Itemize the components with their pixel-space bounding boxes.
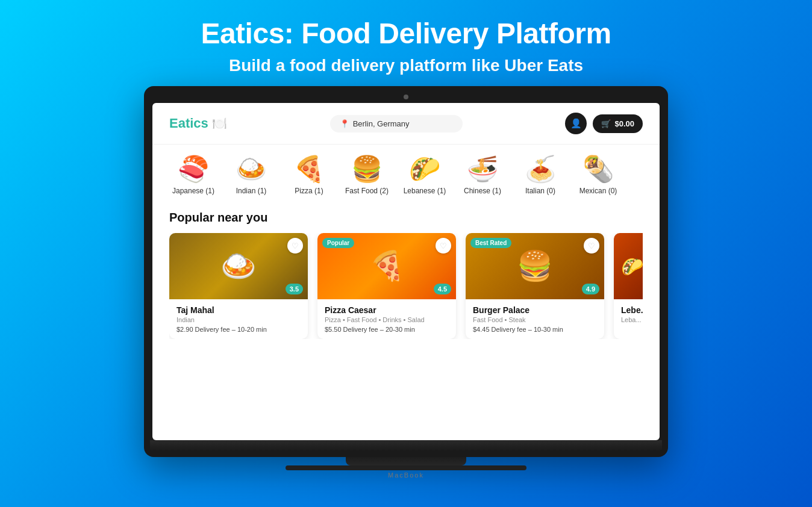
- burger-tag-badge: Best Rated: [470, 238, 511, 248]
- leb-info-partial: Lebe... Leba...: [614, 299, 643, 329]
- chinese-label: Chinese (1): [464, 187, 501, 195]
- restaurant-img-taj: 🍛 3.5 ♡: [169, 233, 308, 299]
- header-actions: 👤 🛒 $0.00: [565, 113, 643, 134]
- leb-cuisine-partial: Leba...: [621, 316, 643, 323]
- taj-name: Taj Mahal: [176, 305, 301, 315]
- page-title: Eatics: Food Delivery Platform: [201, 17, 611, 50]
- laptop-base: [150, 440, 662, 451]
- category-item-chinese[interactable]: 🍜 Chinese (1): [458, 157, 507, 195]
- taj-cuisine: Indian: [176, 316, 301, 323]
- app-logo: Eatics 🍽️: [169, 116, 227, 131]
- burger-name: Burger Palace: [473, 305, 597, 315]
- category-item-indian[interactable]: 🍛 Indian (1): [227, 157, 275, 195]
- pizza-info: Pizza Caesar Pizza • Fast Food • Drinks …: [317, 299, 456, 339]
- restaurant-card-taj[interactable]: 🍛 3.5 ♡ Taj Mahal Indian $2.90 Delivery …: [169, 233, 308, 339]
- category-item-italian[interactable]: 🍝 Italian (0): [516, 157, 564, 195]
- laptop-mockup: Eatics 🍽️ 📍 Berlin, Germany 👤 🛒 $0.00: [144, 86, 668, 479]
- restaurant-img-burger: 🍔 4.9 ♡ Best Rated: [466, 233, 604, 299]
- taj-info: Taj Mahal Indian $2.90 Delivery fee – 10…: [169, 299, 308, 339]
- restaurant-card-pizza[interactable]: 🍕 4.5 ♡ Popular Pizza Caesar Pizza • Fas…: [317, 233, 456, 339]
- laptop-camera: [404, 95, 408, 99]
- leb-img-partial: 🌮: [614, 233, 643, 299]
- cart-button[interactable]: 🛒 $0.00: [593, 114, 643, 133]
- burger-rating-badge: 4.9: [582, 284, 599, 294]
- mexican-icon: 🌯: [582, 157, 614, 182]
- restaurant-card-burger[interactable]: 🍔 4.9 ♡ Best Rated Burger Palace Fast Fo…: [466, 233, 604, 339]
- laptop-brand: MacBook: [144, 471, 668, 479]
- fastfood-icon: 🍔: [351, 157, 383, 182]
- location-bar[interactable]: 📍 Berlin, Germany: [330, 115, 463, 132]
- taj-delivery: $2.90 Delivery fee – 10-20 min: [176, 326, 301, 333]
- pizza-label: Pizza (1): [295, 187, 323, 195]
- lebanese-icon: 🌮: [409, 157, 440, 182]
- lebanese-label: Lebanese (1): [404, 187, 446, 195]
- popular-section: Popular near you 🍛 3.5 ♡ Taj Mahal India…: [152, 201, 660, 349]
- fastfood-label: Fast Food (2): [345, 187, 389, 195]
- burger-favorite-button[interactable]: ♡: [584, 238, 599, 254]
- laptop-screen: Eatics 🍽️ 📍 Berlin, Germany 👤 🛒 $0.00: [152, 103, 660, 440]
- italian-icon: 🍝: [525, 157, 556, 182]
- taj-favorite-button[interactable]: ♡: [287, 238, 303, 254]
- category-item-lebanese[interactable]: 🌮 Lebanese (1): [401, 157, 449, 195]
- pizza-delivery: $5.50 Delivery fee – 20-30 min: [325, 326, 449, 333]
- indian-icon: 🍛: [236, 157, 267, 182]
- app-header: Eatics 🍽️ 📍 Berlin, Germany 👤 🛒 $0.00: [152, 103, 660, 145]
- cart-amount: $0.00: [614, 119, 634, 128]
- location-pin-icon: 📍: [340, 119, 349, 128]
- japanese-label: Japanese (1): [172, 187, 214, 195]
- user-button[interactable]: 👤: [565, 113, 587, 134]
- burger-delivery: $4.45 Delivery fee – 10-30 min: [473, 326, 597, 333]
- japanese-icon: 🍣: [178, 157, 209, 182]
- burger-cuisine: Fast Food • Steak: [473, 316, 597, 323]
- chinese-icon: 🍜: [467, 157, 498, 182]
- page-subtitle: Build a food delivery platform like Uber…: [229, 56, 583, 75]
- laptop-stand: [346, 457, 466, 465]
- logo-text: Eatics: [169, 116, 208, 131]
- restaurant-img-pizza: 🍕 4.5 ♡ Popular: [317, 233, 456, 299]
- pizza-favorite-button[interactable]: ♡: [436, 238, 451, 254]
- popular-section-title: Popular near you: [169, 211, 643, 225]
- leb-name-partial: Lebe...: [621, 305, 643, 315]
- italian-label: Italian (0): [525, 187, 555, 195]
- pizza-icon: 🍕: [293, 157, 325, 182]
- indian-label: Indian (1): [236, 187, 267, 195]
- location-text: Berlin, Germany: [353, 119, 410, 128]
- category-item-japanese[interactable]: 🍣 Japanese (1): [169, 157, 217, 195]
- burger-info: Burger Palace Fast Food • Steak $4.45 De…: [466, 299, 604, 339]
- restaurants-row: 🍛 3.5 ♡ Taj Mahal Indian $2.90 Delivery …: [169, 233, 643, 339]
- laptop-foot: [286, 465, 526, 470]
- logo-icon: 🍽️: [212, 116, 227, 131]
- category-item-mexican[interactable]: 🌯 Mexican (0): [574, 157, 622, 195]
- category-item-fastfood[interactable]: 🍔 Fast Food (2): [343, 157, 391, 195]
- user-icon: 👤: [570, 118, 582, 129]
- mexican-label: Mexican (0): [579, 187, 617, 195]
- categories-section: 🍣 Japanese (1) 🍛 Indian (1) 🍕 Pizza (1) …: [152, 145, 660, 201]
- laptop-screen-outer: Eatics 🍽️ 📍 Berlin, Germany 👤 🛒 $0.00: [144, 86, 668, 457]
- taj-rating-badge: 3.5: [286, 284, 303, 294]
- cart-icon: 🛒: [601, 119, 611, 128]
- category-item-pizza[interactable]: 🍕 Pizza (1): [285, 157, 333, 195]
- pizza-tag-badge: Popular: [322, 238, 354, 248]
- restaurant-card-leb-partial[interactable]: 🌮 Lebe... Leba...: [614, 233, 643, 339]
- pizza-rating-badge: 4.5: [434, 284, 451, 294]
- leb-food-image: 🌮: [614, 233, 643, 299]
- pizza-cuisine: Pizza • Fast Food • Drinks • Salad: [325, 316, 449, 323]
- pizza-name: Pizza Caesar: [325, 305, 449, 315]
